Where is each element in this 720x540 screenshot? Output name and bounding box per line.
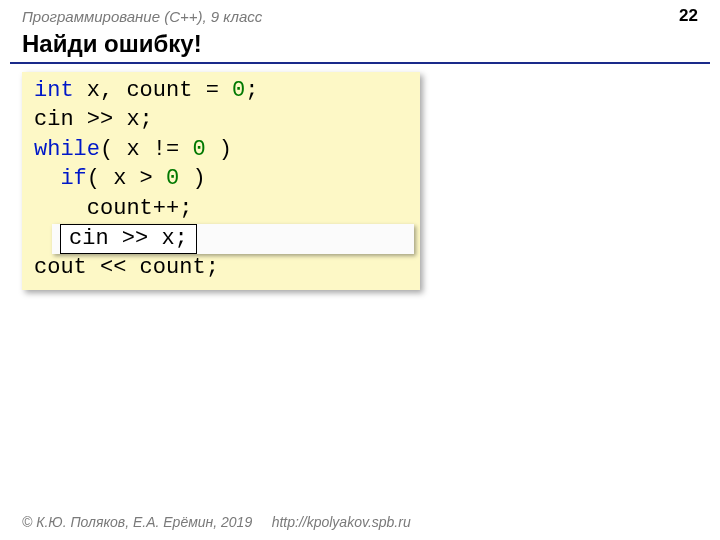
keyword-while: while	[34, 137, 100, 162]
literal-zero: 0	[166, 166, 179, 191]
footer-copyright: © К.Ю. Поляков, Е.А. Ерёмин, 2019	[22, 514, 252, 530]
header-bar: Программирование (C++), 9 класс 22	[0, 0, 720, 28]
code-line-1: int x, count = 0;	[34, 76, 408, 105]
code-line-7: cout << count;	[34, 253, 408, 282]
highlight-text: cin >> x;	[69, 224, 188, 253]
code-line-4: if( x > 0 )	[34, 164, 408, 193]
footer-link[interactable]: http://kpolyakov.spb.ru	[272, 514, 411, 530]
header-subject: Программирование (C++), 9 класс	[22, 8, 262, 25]
code-line-2: cin >> x;	[34, 105, 408, 134]
title-underline	[10, 62, 710, 64]
page-number: 22	[679, 6, 698, 26]
keyword-if: if	[34, 166, 87, 191]
literal-zero: 0	[192, 137, 205, 162]
code-line-5: count++;	[34, 194, 408, 223]
footer: © К.Ю. Поляков, Е.А. Ерёмин, 2019 http:/…	[22, 514, 411, 530]
page-title: Найди ошибку!	[0, 28, 720, 62]
keyword-int: int	[34, 78, 74, 103]
code-block: int x, count = 0; cin >> x; while( x != …	[22, 72, 420, 290]
code-line-3: while( x != 0 )	[34, 135, 408, 164]
literal-zero: 0	[232, 78, 245, 103]
highlight-box: cin >> x;	[60, 224, 197, 254]
